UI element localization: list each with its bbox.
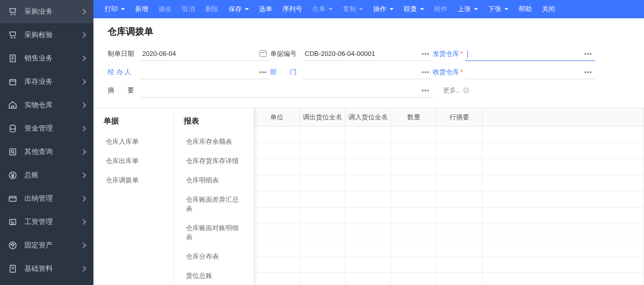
toolbar-btn-4: 删除 <box>200 0 223 18</box>
toolbar-btn-8: 生单 <box>307 0 338 18</box>
dept-field[interactable]: 部 门 ••• <box>270 64 433 81</box>
sidebar-item-8[interactable]: 出纳管理 <box>0 187 93 210</box>
sidebar-item-7[interactable]: 总账 <box>0 164 93 187</box>
content-area: 单位调出货位全名调入货位全名数量行摘要 单据 仓库入库单仓库出库单仓库调拨单 报… <box>93 108 644 285</box>
chevron-right-icon <box>80 102 86 108</box>
popup-doc-item-0[interactable]: 仓库入库单 <box>93 132 173 151</box>
popup-report-item-1[interactable]: 仓库存货库存详情 <box>174 151 253 171</box>
popup-doc-item-2[interactable]: 仓库调拨单 <box>93 171 173 190</box>
sidebar: 采购业务采购检验销售业务库存业务实物仓库资金管理其他查询总账出纳管理工资管理固定… <box>0 0 93 285</box>
sidebar-item-9[interactable]: 工资管理 <box>0 210 93 234</box>
doc-input[interactable]: CDB-2020-06-04-00001 ••• <box>303 47 433 61</box>
ellipsis-icon[interactable]: ••• <box>422 68 430 76</box>
sidebar-icon <box>8 171 17 180</box>
th-3[interactable]: 数量 <box>391 108 437 126</box>
toolbar: 打印新增修改取消删除保存选单序列号生单复制操作联查附件上张下张帮助关闭 <box>93 0 644 18</box>
toolbar-btn-2: 修改 <box>153 0 177 18</box>
popup-report-item-3[interactable]: 仓库账面差异汇总表 <box>174 190 253 218</box>
summary-input[interactable]: ••• <box>140 83 433 98</box>
dept-input[interactable]: ••• <box>303 65 433 79</box>
caret-down-icon <box>329 8 333 10</box>
recv-warehouse-field[interactable]: 收货仓库* ••• <box>433 64 595 81</box>
ellipsis-icon[interactable]: ••• <box>584 50 592 58</box>
sidebar-icon <box>8 101 17 110</box>
chevron-right-icon <box>80 55 86 61</box>
sidebar-icon <box>8 147 17 156</box>
popup-report-item-2[interactable]: 仓库明细表 <box>174 171 253 190</box>
th-1[interactable]: 调出货位全名 <box>300 108 345 126</box>
recv-warehouse-label: 收货仓库* <box>433 68 465 77</box>
send-warehouse-input[interactable]: ••• <box>465 47 595 61</box>
popup-report-item-0[interactable]: 仓库库存余额表 <box>174 132 253 151</box>
caret-down-icon <box>359 8 363 10</box>
popup-doc-item-1[interactable]: 仓库出库单 <box>93 151 173 171</box>
toolbar-btn-12: 附件 <box>429 0 453 18</box>
operator-input[interactable]: ••• <box>140 65 270 79</box>
sidebar-item-3[interactable]: 库存业务 <box>0 70 93 93</box>
svg-point-3 <box>11 150 14 153</box>
sidebar-label: 采购业务 <box>24 7 81 16</box>
more-link[interactable]: 更多.. <box>443 86 470 95</box>
sidebar-item-5[interactable]: 资金管理 <box>0 117 93 140</box>
calendar-icon[interactable] <box>259 50 267 58</box>
chevron-right-icon <box>80 219 86 225</box>
chevron-right-icon <box>80 196 86 201</box>
sidebar-item-2[interactable]: 销售业务 <box>0 47 93 70</box>
operator-label: 经 办 人 <box>108 68 140 77</box>
th-0[interactable]: 单位 <box>254 108 300 126</box>
date-input[interactable]: 2020-06-04 <box>140 47 270 61</box>
sidebar-icon <box>8 7 17 16</box>
toolbar-btn-1[interactable]: 新增 <box>130 0 153 18</box>
popup-col-documents: 单据 仓库入库单仓库出库单仓库调拨单 <box>93 108 174 285</box>
toolbar-btn-0[interactable]: 打印 <box>100 0 130 18</box>
toolbar-btn-6[interactable]: 选单 <box>254 0 277 18</box>
popup-report-item-5[interactable]: 仓库分布表 <box>174 247 253 266</box>
toolbar-btn-10[interactable]: 操作 <box>368 0 399 18</box>
chevron-right-icon <box>80 242 86 248</box>
operator-field[interactable]: 经 办 人 ••• <box>108 64 270 81</box>
chevron-right-icon <box>80 125 86 131</box>
sidebar-icon <box>8 217 17 227</box>
chevron-right-icon <box>80 149 86 154</box>
date-field[interactable]: 制单日期 2020-06-04 <box>108 45 270 62</box>
sidebar-item-4[interactable]: 实物仓库 <box>0 93 93 117</box>
toolbar-btn-7[interactable]: 序列号 <box>277 0 307 18</box>
popup-col-reports: 报表 仓库库存余额表仓库存货库存详情仓库明细表仓库账面差异汇总表仓库账面对账明细… <box>174 108 254 285</box>
th-4[interactable]: 行摘要 <box>437 108 482 126</box>
popup-report-item-4[interactable]: 仓库账面对账明细表 <box>174 218 253 247</box>
toolbar-btn-14[interactable]: 下张 <box>483 0 513 18</box>
sidebar-item-6[interactable]: 其他查询 <box>0 140 93 164</box>
sidebar-item-0[interactable]: 采购业务 <box>0 0 93 23</box>
caret-down-icon <box>504 8 508 10</box>
caret-down-icon <box>121 8 125 10</box>
sidebar-icon <box>8 194 17 203</box>
th-2[interactable]: 调入货位全名 <box>345 108 391 126</box>
ellipsis-icon[interactable]: ••• <box>422 86 430 94</box>
summary-field[interactable]: 摘 要 ••• <box>108 82 433 99</box>
sidebar-label: 采购检验 <box>24 30 81 40</box>
popup-report-item-6[interactable]: 货位总账 <box>174 266 253 285</box>
toolbar-btn-15[interactable]: 帮助 <box>513 0 537 18</box>
toolbar-btn-11[interactable]: 联查 <box>399 0 429 18</box>
ellipsis-icon[interactable]: ••• <box>259 68 267 76</box>
send-warehouse-field[interactable]: 发货仓库* ••• <box>433 45 595 62</box>
toolbar-btn-13[interactable]: 上张 <box>453 0 483 18</box>
sidebar-icon <box>8 264 17 273</box>
doc-number-field[interactable]: 单据编号 CDB-2020-06-04-00001 ••• <box>270 45 433 62</box>
ellipsis-icon[interactable]: ••• <box>422 50 430 58</box>
sidebar-label: 工资管理 <box>24 217 81 227</box>
toolbar-btn-5[interactable]: 保存 <box>223 0 254 18</box>
toolbar-btn-16[interactable]: 关闭 <box>537 0 560 18</box>
sidebar-item-11[interactable]: 基础资料 <box>0 257 93 280</box>
sidebar-label: 出纳管理 <box>24 194 81 203</box>
sidebar-icon <box>8 77 17 86</box>
sidebar-item-1[interactable]: 采购检验 <box>0 23 93 47</box>
summary-label: 摘 要 <box>108 86 140 95</box>
sidebar-item-10[interactable]: 固定资产 <box>0 234 93 257</box>
chevron-right-icon <box>80 172 86 178</box>
ellipsis-icon[interactable]: ••• <box>584 68 592 76</box>
chevron-right-icon <box>80 32 86 38</box>
chevron-right-icon <box>80 9 86 14</box>
sidebar-label: 库存业务 <box>24 77 81 86</box>
recv-warehouse-input[interactable]: ••• <box>465 65 595 79</box>
